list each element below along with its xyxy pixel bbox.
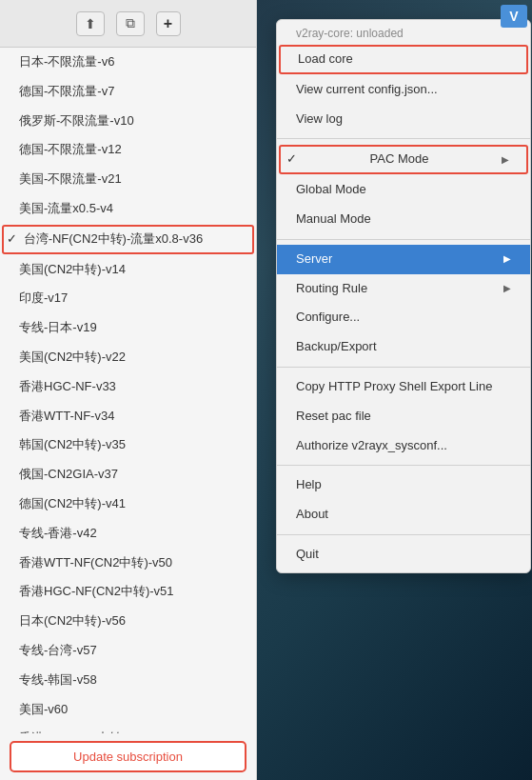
context-menu: v2ray-core: unloaded Load core View curr… (276, 19, 531, 573)
authorize-menu-item[interactable]: Authorize v2rayx_sysconf... (277, 431, 530, 461)
server-list-item[interactable]: 日本(CN2中转)-v56 (0, 607, 256, 636)
menu-divider-5 (277, 534, 530, 535)
share-button[interactable]: ⬆ (76, 11, 105, 36)
menu-section-help: Help About (277, 468, 530, 532)
menu-section-quit: Quit (277, 537, 530, 572)
server-list-item[interactable]: 德国-不限流量-v12 (0, 135, 256, 165)
server-list-item[interactable]: 香港HGC-NF-v33 (0, 372, 256, 402)
server-list: 日本-不限流量-v6德国-不限流量-v7俄罗斯-不限流量-v10德国-不限流量-… (0, 48, 256, 733)
server-arrow: ▶ (503, 251, 511, 267)
reset-pac-menu-item[interactable]: Reset pac file (277, 402, 530, 431)
routing-arrow: ▶ (503, 281, 511, 296)
server-list-item[interactable]: 美国-v60 (0, 695, 256, 725)
routing-rule-menu-item[interactable]: Routing Rule ▶ (277, 274, 530, 304)
server-list-item[interactable]: 美国(CN2中转)-v22 (0, 343, 256, 372)
quit-menu-item[interactable]: Quit (277, 540, 530, 570)
server-list-item[interactable]: 美国-流量x0.5-v4 (0, 194, 256, 224)
menu-section-mode: PAC Mode ▶ Global Mode Manual Mode (277, 141, 530, 236)
server-list-item[interactable]: 香港HGC-NF(CN2中转)-v51 (0, 577, 256, 607)
server-list-item[interactable]: 美国(CN2中转)-v14 (0, 255, 256, 285)
server-list-item[interactable]: 专线-日本-v19 (0, 313, 256, 343)
view-log-menu-item[interactable]: View log (277, 105, 530, 134)
server-list-item[interactable]: 印度-v17 (0, 284, 256, 313)
add-button[interactable]: + (156, 11, 181, 36)
menu-section-status: v2ray-core: unloaded Load core View curr… (277, 20, 530, 136)
server-list-item[interactable]: 俄国-CN2GIA-v37 (0, 460, 256, 490)
pac-mode-arrow: ▶ (502, 152, 509, 168)
load-core-menu-item[interactable]: Load core (279, 45, 528, 74)
menu-section-tools: Copy HTTP Proxy Shell Export Line Reset … (277, 370, 530, 463)
server-list-item[interactable]: 俄罗斯-不限流量-v10 (0, 107, 256, 136)
menu-divider-4 (277, 465, 530, 466)
server-list-item[interactable]: 德国(CN2中转)-v41 (0, 490, 256, 519)
menu-divider-1 (277, 138, 530, 139)
server-list-item[interactable]: 日本-不限流量-v6 (0, 48, 256, 77)
manual-mode-menu-item[interactable]: Manual Mode (277, 205, 530, 234)
server-list-item[interactable]: 香港WTT-NF(CN2中转)-v50 (0, 549, 256, 578)
app-icon[interactable] (501, 5, 527, 28)
server-list-item[interactable]: 香港HKT(CN2中转)-v115 (0, 724, 256, 733)
copy-button[interactable]: ⧉ (116, 11, 145, 36)
menu-section-server: Server ▶ Routing Rule ▶ Configure... Bac… (277, 242, 530, 365)
server-menu-item[interactable]: Server ▶ (277, 245, 530, 274)
view-config-menu-item[interactable]: View current config.json... (277, 75, 530, 105)
about-menu-item[interactable]: About (277, 500, 530, 530)
status-label: v2ray-core: unloaded (277, 23, 530, 44)
configure-menu-item[interactable]: Configure... (277, 303, 530, 332)
toolbar: ⬆ ⧉ + (0, 0, 256, 48)
server-list-item[interactable]: 台湾-NF(CN2中转)-流量x0.8-v36 (2, 225, 254, 254)
server-list-item[interactable]: 专线-台湾-v57 (0, 636, 256, 666)
menu-divider-3 (277, 367, 530, 368)
menu-divider-2 (277, 239, 530, 240)
left-panel: ⬆ ⧉ + 日本-不限流量-v6德国-不限流量-v7俄罗斯-不限流量-v10德国… (0, 0, 257, 780)
server-list-item[interactable]: 美国-不限流量-v21 (0, 165, 256, 194)
update-subscription-button[interactable]: Update subscription (10, 741, 246, 772)
pac-mode-menu-item[interactable]: PAC Mode ▶ (279, 145, 528, 174)
server-list-item[interactable]: 专线-韩国-v58 (0, 666, 256, 695)
backup-export-menu-item[interactable]: Backup/Export (277, 332, 530, 362)
server-list-item[interactable]: 德国-不限流量-v7 (0, 77, 256, 107)
help-menu-item[interactable]: Help (277, 470, 530, 500)
global-mode-menu-item[interactable]: Global Mode (277, 175, 530, 205)
server-list-item[interactable]: 韩国(CN2中转)-v35 (0, 430, 256, 460)
copy-http-menu-item[interactable]: Copy HTTP Proxy Shell Export Line (277, 372, 530, 402)
server-list-item[interactable]: 专线-香港-v42 (0, 519, 256, 549)
server-list-item[interactable]: 香港WTT-NF-v34 (0, 402, 256, 431)
